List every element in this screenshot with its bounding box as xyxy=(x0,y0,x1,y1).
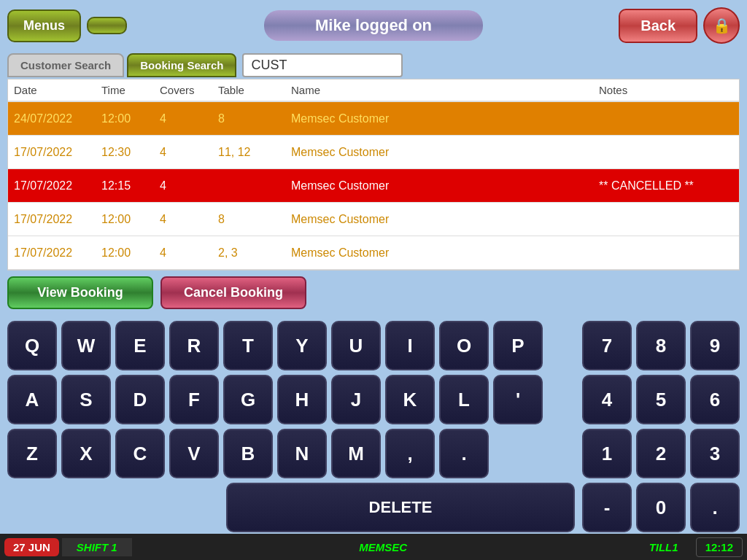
col-time: Time xyxy=(96,79,154,101)
num-key-6[interactable]: 6 xyxy=(690,375,740,424)
status-name: MEMSEC xyxy=(135,541,632,553)
booking-search-tab[interactable]: Booking Search xyxy=(127,53,236,77)
row-name: Memsec Customer xyxy=(285,242,593,264)
key-u[interactable]: U xyxy=(331,321,381,370)
row-date: 17/07/2022 xyxy=(8,141,96,163)
key-x[interactable]: X xyxy=(61,429,111,478)
key-s[interactable]: S xyxy=(61,375,111,424)
key-i[interactable]: I xyxy=(385,321,435,370)
num-key-3[interactable]: 3 xyxy=(690,429,740,478)
header-title: Mike logged on xyxy=(264,10,483,41)
key-v[interactable]: V xyxy=(169,429,219,478)
num-key-2[interactable]: 2 xyxy=(636,429,686,478)
key-r[interactable]: R xyxy=(169,321,219,370)
search-bar: Customer Search Booking Search xyxy=(0,51,747,79)
scroll-bar xyxy=(724,114,739,123)
key-t[interactable]: T xyxy=(223,321,273,370)
table-row[interactable]: 17/07/2022 12:30 4 11, 12 Memsec Custome… xyxy=(8,136,739,169)
row-notes xyxy=(593,215,724,224)
col-covers: Covers xyxy=(154,79,212,101)
table-row[interactable]: 24/07/2022 12:00 4 8 Memsec Customer xyxy=(8,102,739,136)
key-q[interactable]: Q xyxy=(7,321,57,370)
status-till: TILL1 xyxy=(635,538,693,556)
keyboard-row-3: Z X C V B N M , . xyxy=(7,429,575,478)
row-covers: 4 xyxy=(154,141,212,163)
menus-button[interactable]: Menus xyxy=(7,9,81,42)
table-row[interactable]: 17/07/2022 12:00 4 2, 3 Memsec Customer xyxy=(8,236,739,270)
key-g[interactable]: G xyxy=(223,375,273,424)
booking-table: Date Time Covers Table Name Notes 24/07/… xyxy=(7,79,740,271)
row-name: Memsec Customer xyxy=(285,141,593,163)
num-key-1[interactable]: 1 xyxy=(582,429,632,478)
key-h[interactable]: H xyxy=(277,375,327,424)
key-z[interactable]: Z xyxy=(7,429,57,478)
row-table xyxy=(212,182,285,190)
scroll-spacer xyxy=(724,182,739,190)
row-notes xyxy=(593,114,724,123)
delete-key[interactable]: DELETE xyxy=(226,483,575,532)
table-row[interactable]: 17/07/2022 12:00 4 8 Memsec Customer xyxy=(8,203,739,236)
numpad: 7 8 9 4 5 6 1 2 3 - 0 . xyxy=(582,321,740,537)
col-date: Date xyxy=(8,79,96,101)
header: Menus Mike logged on Back 🔒 xyxy=(0,0,747,51)
back-button[interactable]: Back xyxy=(619,9,697,43)
num-key-7[interactable]: 7 xyxy=(582,321,632,370)
status-time: 12:12 xyxy=(696,537,743,557)
row-time: 12:00 xyxy=(96,242,154,264)
key-f[interactable]: F xyxy=(169,375,219,424)
keyboard-row-1: Q W E R T Y U I O P xyxy=(7,321,575,370)
key-comma[interactable]: , xyxy=(385,429,435,478)
status-bar: 27 JUN SHIFT 1 MEMSEC TILL1 12:12 xyxy=(0,534,747,560)
row-time: 12:00 xyxy=(96,108,154,130)
num-key-9[interactable]: 9 xyxy=(690,321,740,370)
key-w[interactable]: W xyxy=(61,321,111,370)
scroll-spacer xyxy=(724,148,739,157)
key-n[interactable]: N xyxy=(277,429,327,478)
row-covers: 4 xyxy=(154,242,212,264)
key-o[interactable]: O xyxy=(439,321,489,370)
num-key-5[interactable]: 5 xyxy=(636,375,686,424)
key-period[interactable]: . xyxy=(439,429,489,478)
row-table: 8 xyxy=(212,108,285,130)
key-e[interactable]: E xyxy=(115,321,165,370)
key-d[interactable]: D xyxy=(115,375,165,424)
key-y[interactable]: Y xyxy=(277,321,327,370)
lock-button[interactable]: 🔒 xyxy=(703,7,740,44)
num-key-8[interactable]: 8 xyxy=(636,321,686,370)
key-a[interactable]: A xyxy=(7,375,57,424)
row-date: 24/07/2022 xyxy=(8,108,96,130)
num-key-4[interactable]: 4 xyxy=(582,375,632,424)
row-covers: 4 xyxy=(154,108,212,130)
header-green-button[interactable] xyxy=(87,17,127,34)
num-key-0[interactable]: 0 xyxy=(636,483,686,532)
cancel-booking-button[interactable]: Cancel Booking xyxy=(160,276,306,309)
search-input[interactable] xyxy=(242,53,403,77)
row-table: 2, 3 xyxy=(212,242,285,264)
key-j[interactable]: J xyxy=(331,375,381,424)
key-m[interactable]: M xyxy=(331,429,381,478)
key-k[interactable]: K xyxy=(385,375,435,424)
key-c[interactable]: C xyxy=(115,429,165,478)
row-covers: 4 xyxy=(154,209,212,230)
key-p[interactable]: P xyxy=(493,321,543,370)
row-date: 17/07/2022 xyxy=(8,209,96,230)
view-booking-button[interactable]: View Booking xyxy=(7,276,153,309)
keyboard-row-delete: DELETE xyxy=(226,483,575,532)
key-l[interactable]: L xyxy=(439,375,489,424)
table-header: Date Time Covers Table Name Notes xyxy=(8,79,739,102)
row-name: Memsec Customer xyxy=(285,209,593,230)
key-apostrophe[interactable]: ' xyxy=(493,375,543,424)
status-shift: SHIFT 1 xyxy=(62,538,132,556)
key-b[interactable]: B xyxy=(223,429,273,478)
keyboard-area: Q W E R T Y U I O P A S D F G H J K L ' … xyxy=(0,315,747,542)
num-key-dot[interactable]: . xyxy=(690,483,740,532)
customer-search-tab[interactable]: Customer Search xyxy=(7,53,124,77)
main-keyboard: Q W E R T Y U I O P A S D F G H J K L ' … xyxy=(7,321,575,537)
row-name: Memsec Customer xyxy=(285,175,593,197)
row-time: 12:30 xyxy=(96,141,154,163)
num-key-minus[interactable]: - xyxy=(582,483,632,532)
row-date: 17/07/2022 xyxy=(8,175,96,197)
table-row[interactable]: 17/07/2022 12:15 4 Memsec Customer ** CA… xyxy=(8,169,739,203)
col-name: Name xyxy=(285,79,593,101)
col-table: Table xyxy=(212,79,285,101)
